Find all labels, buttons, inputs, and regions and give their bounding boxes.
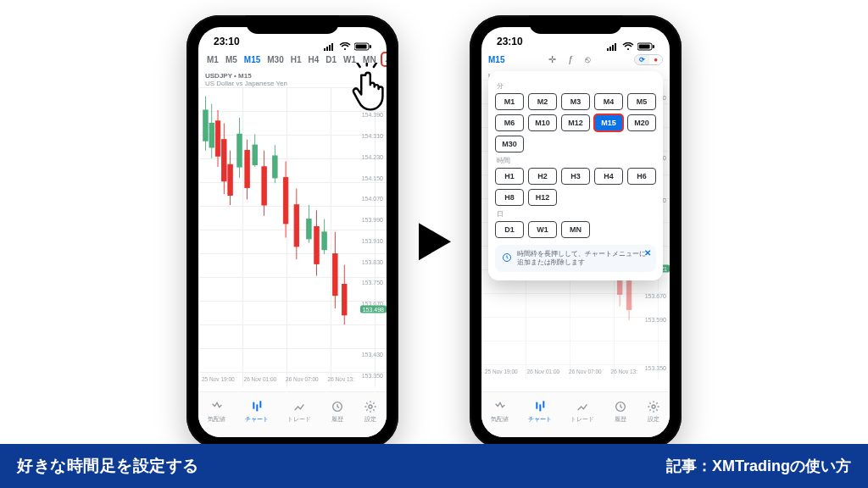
svg-rect-21 [322, 232, 326, 250]
nav-history[interactable]: 履歴 [331, 400, 344, 424]
tf-W1[interactable]: W1 [528, 221, 557, 238]
pair-symbol: USDJPY • M15 [205, 72, 252, 80]
tf-M6[interactable]: M6 [495, 114, 524, 131]
pair-desc: US Dollar vs Japanese Yen [205, 80, 287, 87]
svg-rect-52 [609, 47, 611, 51]
svg-rect-53 [612, 45, 614, 51]
svg-point-75 [652, 405, 655, 408]
price-badge: 153.498 [360, 306, 387, 313]
svg-rect-39 [333, 254, 337, 296]
tf-more-button[interactable]: … [381, 52, 387, 67]
nav-quotes[interactable]: 気配値 [491, 400, 509, 424]
clock-icon [502, 252, 512, 264]
mode-pill[interactable]: ⟳ ● [634, 54, 663, 65]
svg-rect-11 [209, 124, 214, 147]
tf-M1[interactable]: M1 [204, 53, 221, 66]
status-time: 23:10 [497, 36, 523, 47]
tf-H4[interactable]: H4 [306, 53, 322, 66]
banner-left: 好きな時間足を設定する [17, 455, 199, 477]
svg-rect-27 [228, 165, 232, 196]
x-axis: 25 Nov 19:00 26 Nov 01:00 26 Nov 07:00 2… [481, 369, 641, 380]
pill-right[interactable]: ● [649, 55, 662, 64]
nav-settings[interactable]: 設定 [364, 400, 377, 424]
svg-rect-6 [370, 45, 371, 48]
nav-trade[interactable]: トレード [287, 400, 311, 424]
nav-quotes[interactable]: 気配値 [208, 400, 225, 424]
notch [246, 15, 339, 34]
tf-M5[interactable]: M5 [627, 93, 656, 110]
svg-rect-2 [329, 45, 331, 51]
tf-D1[interactable]: D1 [495, 221, 524, 238]
svg-rect-41 [342, 285, 347, 315]
svg-rect-31 [262, 167, 266, 205]
tf-M15-selected[interactable]: M15 [594, 114, 623, 131]
tf-MN[interactable]: MN [360, 53, 379, 66]
tf-M2[interactable]: M2 [528, 93, 557, 110]
svg-rect-23 [215, 121, 220, 156]
svg-rect-51 [607, 48, 609, 51]
tf-H8[interactable]: H8 [495, 189, 524, 206]
nav-trade[interactable]: トレード [570, 400, 594, 424]
bottom-nav: 気配値 チャート トレード 履歴 設定 [481, 391, 670, 437]
svg-rect-71 [536, 402, 537, 408]
pair-label: USDJPY • M15 US Dollar vs Japanese Yen [198, 69, 387, 87]
pill-left[interactable]: ⟳ [635, 55, 649, 64]
tf-H3[interactable]: H3 [561, 168, 590, 185]
tf-M30[interactable]: M30 [495, 136, 524, 152]
current-tf[interactable]: M15 [488, 55, 504, 64]
tf-M12[interactable]: M12 [561, 114, 590, 131]
svg-point-4 [344, 48, 346, 50]
tf-H6[interactable]: H6 [627, 168, 656, 185]
popover-hint: 時間枠を長押しして、チャートメニューに追加または削除します ✕ [495, 245, 656, 272]
tf-M1[interactable]: M1 [495, 93, 524, 110]
tf-M15[interactable]: M15 [242, 53, 263, 66]
battery-icon [637, 39, 654, 47]
wifi-icon [622, 39, 634, 47]
svg-rect-35 [294, 205, 298, 247]
tf-H1[interactable]: H1 [288, 53, 304, 66]
section-hours: 時間 [497, 156, 654, 165]
minutes-row2: M6 M10 M12 M15 M20 [495, 114, 656, 131]
nav-chart[interactable]: チャート [245, 400, 269, 424]
tf-M4[interactable]: M4 [594, 93, 623, 110]
svg-rect-44 [259, 401, 261, 408]
crosshair-icon[interactable]: ✛ [548, 54, 556, 65]
phone-before: 23:10 M1 M5 M15 M30 H1 H4 D1 W1 MN … [186, 15, 398, 449]
wifi-icon [339, 39, 351, 47]
timeframe-row: M1 M5 M15 M30 H1 H4 D1 W1 MN … [198, 49, 387, 69]
svg-rect-73 [542, 401, 544, 408]
tf-H1[interactable]: H1 [495, 168, 524, 185]
svg-rect-25 [222, 140, 226, 181]
object-icon[interactable]: ⎋ [585, 54, 591, 64]
tf-H12[interactable]: H12 [528, 189, 557, 206]
hint-close-button[interactable]: ✕ [644, 248, 651, 258]
tf-M10[interactable]: M10 [528, 114, 557, 131]
signal-icon [607, 39, 619, 47]
svg-rect-3 [331, 43, 333, 51]
tutorial-stage: 23:10 M1 M5 M15 M30 H1 H4 D1 W1 MN … [0, 0, 868, 488]
tf-H4[interactable]: H4 [594, 168, 623, 185]
tf-D1[interactable]: D1 [323, 53, 339, 66]
tf-M30[interactable]: M30 [264, 53, 286, 66]
svg-rect-19 [307, 219, 311, 239]
tf-M3[interactable]: M3 [561, 93, 590, 110]
nav-history[interactable]: 履歴 [614, 400, 627, 424]
hours-row1: H1 H2 H3 H4 H6 [495, 168, 656, 185]
tf-M20[interactable]: M20 [627, 114, 656, 131]
status-icons [607, 39, 654, 47]
minutes-row3: M30 [495, 136, 656, 152]
tf-M5[interactable]: M5 [223, 53, 240, 66]
nav-settings[interactable]: 設定 [647, 400, 660, 424]
section-days: 日 [497, 209, 654, 219]
tf-H2[interactable]: H2 [528, 168, 557, 185]
tf-W1[interactable]: W1 [341, 53, 359, 66]
hours-row2: H8 H12 [495, 189, 656, 206]
svg-rect-43 [256, 404, 258, 411]
screen-before: 23:10 M1 M5 M15 M30 H1 H4 D1 W1 MN … [198, 27, 387, 437]
chart-area[interactable]: 154.470 154.390 154.310 154.230 154.150 … [198, 87, 387, 387]
tf-MN[interactable]: MN [561, 221, 590, 238]
nav-chart[interactable]: チャート [528, 400, 552, 424]
indicator-icon[interactable]: ƒ [568, 54, 573, 64]
minutes-row1: M1 M2 M3 M4 M5 [495, 93, 656, 110]
svg-point-55 [627, 48, 629, 50]
